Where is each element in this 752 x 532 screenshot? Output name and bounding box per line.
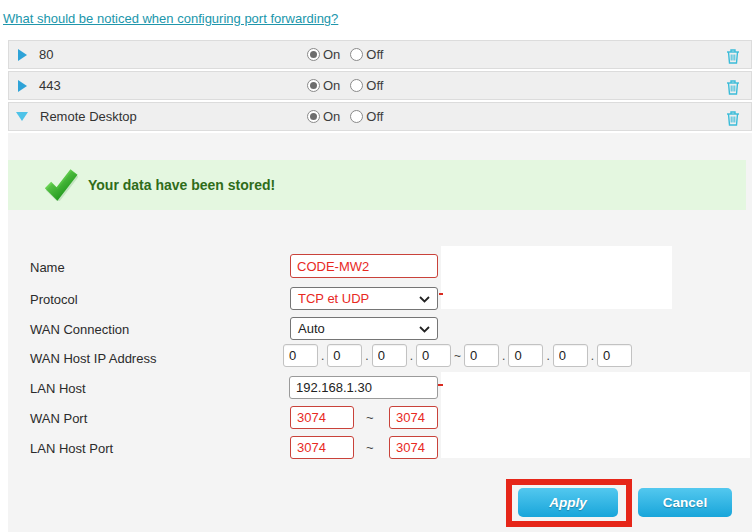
ip-octet-input[interactable] <box>372 344 407 367</box>
dot-separator: . <box>410 349 413 363</box>
chevron-down-icon <box>419 321 430 336</box>
radio-off-label: Off <box>366 47 383 62</box>
delete-icon[interactable] <box>726 79 740 95</box>
red-mark <box>438 384 443 386</box>
radio-on-label: On <box>323 47 340 62</box>
ip-octet-input[interactable] <box>597 344 632 367</box>
help-link[interactable]: What should be noticed when configuring … <box>3 11 338 26</box>
wan-port-label: WAN Port <box>30 411 87 426</box>
expand-arrow-icon[interactable] <box>18 80 27 92</box>
wan-host-ip-label: WAN Host IP Address <box>30 351 156 366</box>
wan-connection-select[interactable]: Auto <box>290 317 438 340</box>
lan-host-input[interactable] <box>289 376 438 399</box>
cancel-button[interactable]: Cancel <box>638 488 732 517</box>
dot-separator: . <box>591 349 594 363</box>
dot-separator: . <box>321 349 324 363</box>
radio-on[interactable] <box>307 79 320 92</box>
protocol-select[interactable]: TCP et UDP <box>290 287 438 310</box>
rule-name: Remote Desktop <box>40 109 137 124</box>
wan-port-from-input[interactable] <box>290 406 354 429</box>
success-banner: Your data have been stored! <box>8 160 746 210</box>
apply-button[interactable]: Apply <box>518 488 618 517</box>
collapse-arrow-icon[interactable] <box>16 112 28 121</box>
wan-connection-label: WAN Connection <box>30 322 129 337</box>
success-check-icon <box>44 169 78 205</box>
port-forwarding-screen: What should be noticed when configuring … <box>0 0 752 532</box>
delete-icon[interactable] <box>726 110 740 126</box>
ip-octet-input[interactable] <box>508 344 543 367</box>
lan-host-port-label: LAN Host Port <box>30 441 113 456</box>
radio-dot <box>310 82 317 89</box>
radio-dot <box>310 113 317 120</box>
radio-on[interactable] <box>307 48 320 61</box>
name-input[interactable] <box>290 254 438 278</box>
wan-port-to-input[interactable] <box>389 406 438 429</box>
rule-name: 443 <box>39 78 61 93</box>
rule-name: 80 <box>39 47 53 62</box>
chevron-down-icon <box>419 291 430 306</box>
expand-arrow-icon[interactable] <box>18 49 27 61</box>
range-separator: ~ <box>454 349 461 363</box>
radio-off[interactable] <box>350 79 363 92</box>
on-off-radio-group: On Off <box>307 47 393 62</box>
dot-separator: . <box>365 349 368 363</box>
radio-on-label: On <box>323 78 340 93</box>
lan-host-port-from-input[interactable] <box>290 436 354 459</box>
delete-icon[interactable] <box>726 48 740 64</box>
on-off-radio-group: On Off <box>307 78 393 93</box>
range-separator: ~ <box>366 440 374 455</box>
protocol-label: Protocol <box>30 292 78 307</box>
ip-octet-input[interactable] <box>327 344 362 367</box>
radio-off[interactable] <box>350 48 363 61</box>
protocol-value: TCP et UDP <box>298 291 369 306</box>
radio-on-label: On <box>323 109 340 124</box>
lan-host-label: LAN Host <box>30 381 86 396</box>
success-message: Your data have been stored! <box>88 177 275 193</box>
on-off-radio-group: On Off <box>307 109 393 124</box>
ip-octet-input[interactable] <box>464 344 499 367</box>
ip-octet-input[interactable] <box>416 344 451 367</box>
rule-row-remote-desktop[interactable]: Remote Desktop On Off <box>8 102 752 131</box>
blank-help-area <box>441 246 672 309</box>
dot-separator: . <box>546 349 549 363</box>
radio-on[interactable] <box>307 110 320 123</box>
radio-off-label: Off <box>366 109 383 124</box>
radio-off-label: Off <box>366 78 383 93</box>
ip-octet-input[interactable] <box>283 344 318 367</box>
radio-dot <box>310 51 317 58</box>
lan-host-port-to-input[interactable] <box>389 436 438 459</box>
rule-row-443[interactable]: 443 On Off <box>8 71 752 100</box>
wan-connection-value: Auto <box>298 321 325 336</box>
ip-octet-input[interactable] <box>553 344 588 367</box>
radio-off[interactable] <box>350 110 363 123</box>
rule-row-80[interactable]: 80 On Off <box>8 40 752 69</box>
wan-host-ip-range: . . . ~ . . . <box>283 344 634 367</box>
rule-detail-panel: Your data have been stored! Name Protoco… <box>8 133 752 532</box>
blank-help-area <box>441 372 750 458</box>
dot-separator: . <box>502 349 505 363</box>
name-label: Name <box>30 260 65 275</box>
range-separator: ~ <box>366 410 374 425</box>
red-mark <box>439 293 443 295</box>
